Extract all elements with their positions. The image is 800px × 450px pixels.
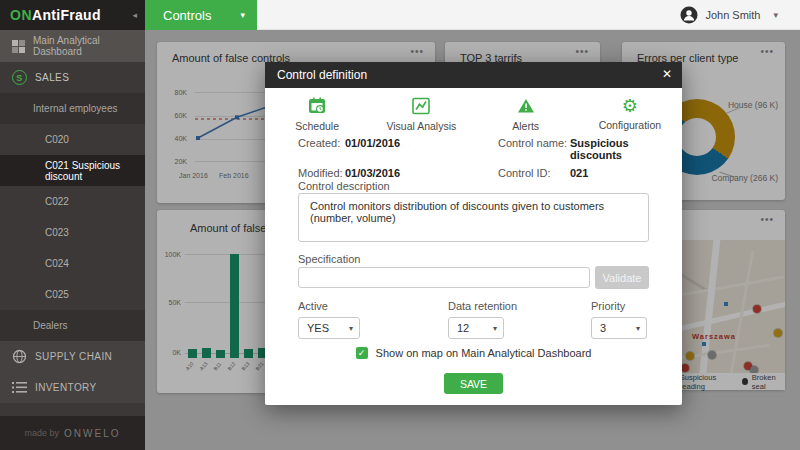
sidebar-item-main-analytical-dashboard[interactable]: Main Analytical Dashboard [0,30,145,62]
sidebar-item-inventory[interactable]: INVENTORY [0,372,145,403]
chevron-down-icon: ▾ [240,10,245,20]
chevron-down-icon: ▾ [773,10,778,20]
sidebar-item-sales[interactable]: S SALES [0,62,145,93]
sidebar-footer: made by ONWELO [0,416,145,450]
app-logo: ONAntiFraud ◂ [0,0,145,30]
priority-select[interactable]: 3 ▾ [591,317,647,339]
modified-value: 01/03/2016 [345,167,498,179]
user-name: John Smith [705,9,760,21]
sidebar-item-supply-chain[interactable]: SUPPLY CHAIN [0,341,145,372]
validate-button[interactable]: Validate [595,266,649,289]
save-button[interactable]: SAVE [444,373,503,394]
specification-input[interactable] [298,267,590,288]
modal-info-grid: Created: 01/01/2016 Control name: Suspic… [298,137,649,179]
close-icon[interactable]: ✕ [662,67,672,81]
created-value: 01/01/2016 [345,137,498,161]
avatar [680,6,698,24]
show-on-map-label: Show on map on Main Analytical Dashboard [376,347,592,359]
sidebar-item-label: SALES [35,72,69,83]
control-id-value: 021 [570,167,649,179]
topbar: ONAntiFraud ◂ Controls ▾ John Smith ▾ [0,0,800,30]
user-menu[interactable]: John Smith ▾ [680,0,778,30]
sales-icon: S [12,70,27,85]
show-on-map-checkbox[interactable]: ✓ [356,347,368,359]
sidebar-item-c020[interactable]: C020 [0,124,145,155]
sidebar-item-c022[interactable]: C022 [0,186,145,217]
dashboard-grid-icon [12,40,25,53]
modal-header: Control definition ✕ [265,62,682,88]
sidebar-item-internal-employees[interactable]: Internal employees [0,93,145,124]
modal-tabs: Schedule Visual Analysis Alerts ⚙ C [265,88,682,140]
sidebar-item-label: Main Analytical Dashboard [33,35,145,57]
app-window: Main Analytical Dashboard S SALES Intern… [0,0,800,450]
sidebar-item-c024[interactable]: C024 [0,248,145,279]
tab-configuration[interactable]: ⚙ Configuration [578,88,682,140]
gear-icon: ⚙ [622,97,638,115]
modified-label: Modified: [298,167,345,179]
chevron-down-icon: ▾ [349,324,353,333]
specification-label: Specification [298,253,360,265]
control-name-label: Control name: [498,137,570,161]
priority-label: Priority [591,300,647,312]
schedule-icon [307,96,327,116]
tab-schedule[interactable]: Schedule [265,88,369,140]
control-name-value: Suspicious discounts [570,137,649,161]
data-retention-select[interactable]: 12 ▾ [448,317,504,339]
sidebar-item-c023[interactable]: C023 [0,217,145,248]
chevron-down-icon: ▾ [636,324,640,333]
description-textarea[interactable]: Control monitors distribution of discoun… [298,193,649,242]
sidebar-collapse-icon[interactable]: ◂ [132,10,137,20]
globe-icon [12,349,27,364]
sidebar-item-c021-suspicious-discount[interactable]: C021 Suspicious discount [0,155,145,186]
sidebar: Main Analytical Dashboard S SALES Intern… [0,30,145,450]
created-label: Created: [298,137,345,161]
tab-alerts[interactable]: Alerts [474,88,578,140]
active-label: Active [298,300,360,312]
chart-icon [411,96,431,116]
modal-title: Control definition [277,68,367,82]
control-id-label: Control ID: [498,167,570,179]
active-select[interactable]: YES ▾ [298,317,360,339]
control-definition-modal: Control definition ✕ Schedule [265,62,682,405]
controls-dropdown[interactable]: Controls ▾ [145,0,257,30]
alert-triangle-icon [516,96,536,116]
onwelo-brand: ONWELO [64,428,120,439]
made-by-label: made by [25,428,60,438]
list-icon [12,381,27,394]
sidebar-item-c025[interactable]: C025 [0,279,145,310]
sidebar-item-dealers[interactable]: Dealers [0,310,145,341]
tab-visual-analysis[interactable]: Visual Analysis [369,88,473,140]
description-label: Control description [298,180,390,192]
chevron-down-icon: ▾ [493,324,497,333]
data-retention-label: Data retention [448,300,517,312]
